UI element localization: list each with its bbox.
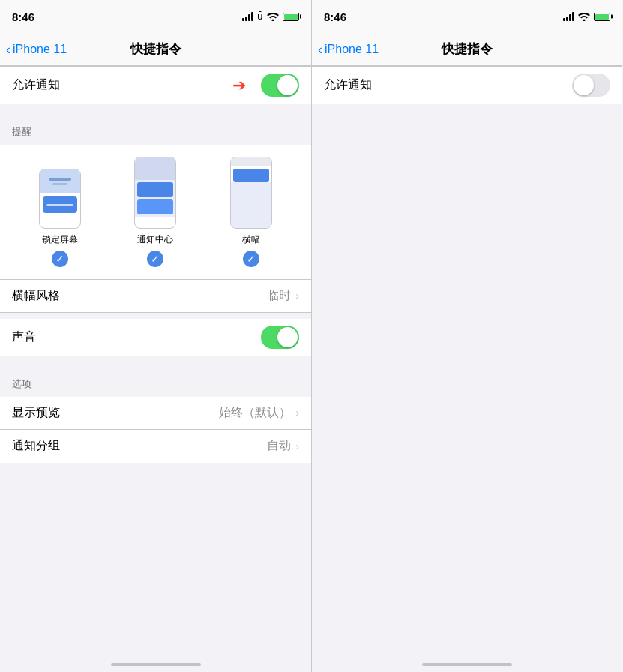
sound-toggle-knob (277, 327, 298, 347)
home-indicator-left (0, 646, 311, 672)
status-icons-left: ǖ︎ (242, 11, 299, 22)
banner-phone (230, 157, 272, 229)
signal-icon (242, 12, 253, 21)
notification-group-value: 自动 (267, 438, 291, 454)
show-preview-chevron: › (295, 406, 299, 418)
left-panel: 8:46 ǖ︎ ‹ iPhone 11 (0, 0, 311, 672)
signal-icon-right (563, 12, 574, 21)
banner-style-row[interactable]: 横幅风格 临时 › (0, 280, 311, 313)
notification-group-chevron: › (295, 440, 299, 452)
battery-icon-right (594, 13, 610, 21)
lock-screen-phone (39, 169, 81, 229)
allow-notifications-toggle-left[interactable] (261, 74, 299, 97)
section-gap-2 (0, 313, 311, 319)
mockups-row: 锁定屏幕 ✓ 通知中心 ✓ (0, 157, 311, 267)
allow-notifications-toggle-right[interactable] (572, 74, 610, 97)
mockups-container: 锁定屏幕 ✓ 通知中心 ✓ (0, 145, 311, 279)
sound-row: 声音 (0, 319, 311, 356)
alerts-header: 提醒 (0, 110, 311, 145)
mockup-lock-screen: 锁定屏幕 ✓ (39, 169, 81, 267)
allow-notifications-label-right: 允许通知 (324, 77, 372, 93)
allow-notifications-label-left: 允许通知 (12, 77, 60, 93)
nav-title-right: 快捷指令 (442, 40, 493, 58)
back-chevron-right: ‹ (318, 43, 322, 56)
svg-point-1 (583, 20, 586, 22)
notification-center-check[interactable]: ✓ (147, 250, 163, 267)
options-group: 显示预览 始终（默认） › 通知分组 自动 › (0, 397, 311, 463)
content-left: 允许通知 ➔ 提醒 (0, 66, 311, 646)
svg-point-0 (272, 20, 274, 22)
back-label-left[interactable]: iPhone 11 (13, 43, 67, 56)
show-preview-row[interactable]: 显示预览 始终（默认） › (0, 397, 311, 430)
banner-check[interactable]: ✓ (243, 250, 259, 267)
section-gap-3 (0, 356, 311, 362)
home-bar-right (422, 663, 512, 666)
home-bar-left (111, 663, 201, 666)
banner-label: 横幅 (242, 233, 260, 246)
toggle-knob (277, 75, 298, 95)
nav-bar-right: ‹ iPhone 11 快捷指令 (312, 33, 622, 66)
banner-style-label: 横幅风格 (12, 288, 60, 304)
back-button-left[interactable]: ‹ iPhone 11 (6, 43, 67, 56)
back-button-right[interactable]: ‹ iPhone 11 (318, 43, 379, 56)
notification-group-label: 通知分组 (12, 438, 60, 454)
allow-notifications-row-left: 允许通知 ➔ (0, 67, 311, 104)
battery-icon (283, 13, 299, 21)
status-bar-right: 8:46 (312, 0, 622, 33)
notification-center-label: 通知中心 (137, 233, 173, 246)
wifi-icon: ǖ︎ (257, 11, 263, 22)
lock-screen-check[interactable]: ✓ (52, 250, 68, 267)
red-arrow-icon: ➔ (232, 76, 246, 95)
toggle-knob-right (574, 75, 594, 95)
allow-notifications-row-right: 允许通知 (312, 67, 622, 104)
show-preview-label: 显示预览 (12, 405, 60, 421)
options-header: 选项 (0, 362, 311, 397)
status-bar-left: 8:46 ǖ︎ (0, 0, 311, 33)
time-right: 8:46 (324, 10, 346, 23)
wifi-icon-right (578, 12, 590, 21)
banner-style-chevron: › (295, 290, 299, 302)
home-indicator-right (312, 646, 622, 672)
notification-center-phone (134, 157, 176, 229)
content-right: 允许通知 (312, 66, 622, 646)
time-left: 8:46 (12, 10, 34, 23)
section-gap-1 (0, 104, 311, 110)
nav-bar-left: ‹ iPhone 11 快捷指令 (0, 33, 311, 66)
nav-title-left: 快捷指令 (130, 40, 181, 58)
notification-group-row[interactable]: 通知分组 自动 › (0, 430, 311, 463)
status-icons-right (563, 12, 610, 21)
banner-style-value: 临时 (267, 288, 291, 304)
mockup-notification-center: 通知中心 ✓ (134, 157, 176, 267)
sound-toggle[interactable] (261, 326, 299, 349)
mockup-banner: 横幅 ✓ (230, 157, 272, 267)
back-label-right[interactable]: iPhone 11 (325, 43, 379, 56)
sound-label: 声音 (12, 329, 36, 345)
right-panel: 8:46 ‹ iPhone 11 快捷指 (311, 0, 622, 672)
show-preview-value: 始终（默认） (219, 405, 291, 421)
back-chevron-left: ‹ (6, 43, 10, 56)
wifi-icon (267, 12, 279, 21)
lock-screen-label: 锁定屏幕 (42, 233, 78, 246)
